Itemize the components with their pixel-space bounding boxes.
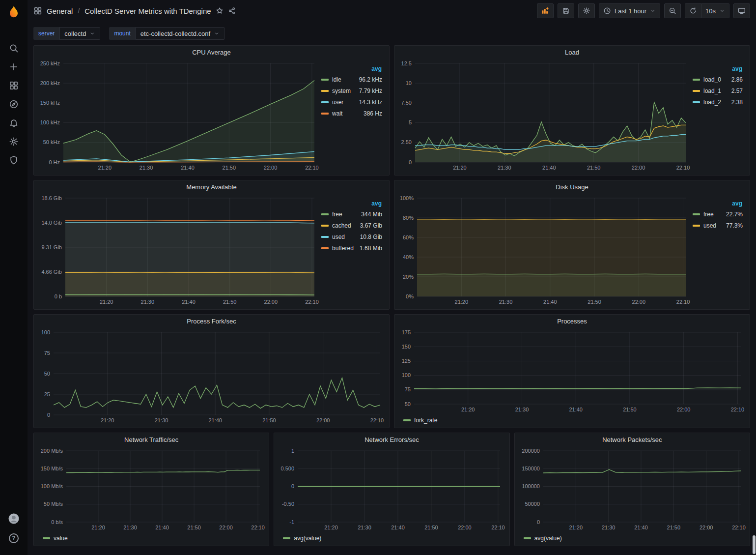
series-label: buffered xyxy=(332,245,354,252)
svg-text:22:10: 22:10 xyxy=(491,525,505,530)
series-avg-value: 344 Mib xyxy=(361,211,382,218)
legend-item[interactable]: load_02.86 xyxy=(693,74,743,85)
variable-mount-dropdown[interactable]: etc-collectd-collectd.conf xyxy=(136,27,224,40)
add-panel-button[interactable] xyxy=(537,3,554,18)
refresh-interval-picker[interactable]: 10s xyxy=(701,3,729,18)
panel-title[interactable]: Process Fork/sec xyxy=(34,315,389,327)
panel-title[interactable]: Network Packets/sec xyxy=(515,433,750,446)
network-errors-chart[interactable]: -1-0.5000.500121:2021:3021:4021:5022:002… xyxy=(278,446,505,533)
legend-item[interactable]: avg(value) xyxy=(283,535,321,542)
svg-text:21:30: 21:30 xyxy=(499,299,513,305)
svg-text:22:10: 22:10 xyxy=(732,525,746,530)
tv-mode-button[interactable] xyxy=(733,3,750,18)
svg-text:21:40: 21:40 xyxy=(569,407,583,412)
scrollbar-thumb[interactable] xyxy=(753,535,756,554)
process-fork-chart[interactable]: 025507510021:2021:3021:4021:5022:0022:10 xyxy=(38,327,385,426)
legend-item[interactable]: used10.8 Gib xyxy=(321,231,382,242)
legend-item[interactable]: idle96.2 kHz xyxy=(321,74,382,85)
explore-compass-icon[interactable] xyxy=(9,99,19,109)
series-color-dash xyxy=(693,79,700,81)
processes-chart[interactable]: 507510012515017521:2021:3021:4021:5022:0… xyxy=(398,327,746,415)
chevron-down-icon xyxy=(719,8,725,14)
svg-text:150 Mb/s: 150 Mb/s xyxy=(41,466,63,471)
network-traffic-chart[interactable]: 0 b/s50 Mb/s100 Mb/s150 Mb/s200 Mb/s21:2… xyxy=(38,446,265,533)
breadcrumb-section[interactable]: General xyxy=(47,7,73,15)
legend-avg-header[interactable]: avg xyxy=(693,65,743,72)
share-icon[interactable] xyxy=(228,7,236,15)
legend-item[interactable]: buffered1.68 Mib xyxy=(321,242,382,254)
svg-text:22:10: 22:10 xyxy=(731,407,745,412)
svg-text:40%: 40% xyxy=(403,254,414,260)
legend-avg-header[interactable]: avg xyxy=(693,200,743,207)
panel-title[interactable]: CPU Average xyxy=(34,46,389,58)
memory-available-chart[interactable]: 0 b4.66 Gib9.31 Gib14.0 Gib18.6 Gib21:20… xyxy=(38,193,319,307)
legend-item[interactable]: system7.79 kHz xyxy=(321,85,382,96)
legend-item[interactable]: fork_rate xyxy=(403,417,437,424)
svg-text:250 kHz: 250 kHz xyxy=(40,60,60,66)
legend-avg-header[interactable]: avg xyxy=(321,65,382,72)
variables-row: server collectd mount etc-collectd-colle… xyxy=(33,22,750,45)
legend-avg-header[interactable]: avg xyxy=(321,200,382,207)
series-label: used xyxy=(703,222,716,229)
time-range-picker[interactable]: Last 1 hour xyxy=(599,3,660,18)
load-chart[interactable]: 02.5057.501012.521:2021:3021:4021:5022:0… xyxy=(398,58,691,173)
legend-item[interactable]: user14.3 kHz xyxy=(321,96,382,108)
svg-text:21:20: 21:20 xyxy=(325,525,338,530)
admin-shield-icon[interactable] xyxy=(9,155,19,165)
svg-text:21:50: 21:50 xyxy=(588,299,601,305)
cpu-average-chart[interactable]: 0 Hz50 kHz100 kHz150 kHz200 kHz250 kHz21… xyxy=(38,58,319,173)
legend-item[interactable]: cached3.67 Gib xyxy=(321,220,382,231)
dashboard-settings-button[interactable] xyxy=(578,3,595,18)
network-traffic-legend: value xyxy=(38,533,265,544)
star-icon[interactable] xyxy=(216,7,224,15)
refresh-button[interactable] xyxy=(685,3,701,18)
user-avatar[interactable] xyxy=(8,513,20,525)
legend-item[interactable]: avg(value) xyxy=(524,535,562,542)
svg-text:21:40: 21:40 xyxy=(155,525,169,530)
legend-item[interactable]: free22.7% xyxy=(693,208,743,220)
panel-title[interactable]: Load xyxy=(394,46,750,58)
svg-text:100: 100 xyxy=(402,372,411,378)
panel-title[interactable]: Memory Available xyxy=(34,180,389,193)
alerting-bell-icon[interactable] xyxy=(9,118,19,128)
svg-text:21:20: 21:20 xyxy=(100,299,113,305)
dashboard-grid-icon[interactable] xyxy=(33,6,42,15)
configuration-gear-icon[interactable] xyxy=(9,137,19,146)
zoom-out-button[interactable] xyxy=(664,3,681,18)
breadcrumb: General / CollectD Server Metrics with T… xyxy=(33,6,236,15)
svg-text:100%: 100% xyxy=(400,195,414,201)
create-plus-icon[interactable] xyxy=(9,62,19,72)
series-avg-value: 3.67 Gib xyxy=(360,222,382,229)
svg-text:21:30: 21:30 xyxy=(140,165,153,171)
network-packets-chart[interactable]: 05000010000015000020000021:2021:3021:402… xyxy=(519,446,746,533)
sidebar: ? xyxy=(0,0,28,555)
panel-title[interactable]: Network Errors/sec xyxy=(274,433,509,446)
refresh-interval-label: 10s xyxy=(705,7,716,15)
panel-title[interactable]: Disk Usage xyxy=(394,180,750,193)
page-title[interactable]: CollectD Server Metrics with TDengine xyxy=(84,7,211,15)
legend-item[interactable]: value xyxy=(43,535,68,542)
legend-item[interactable]: load_22.38 xyxy=(693,96,743,108)
panel-network-errors: Network Errors/sec -1-0.5000.500121:2021… xyxy=(274,433,509,546)
panel-title[interactable]: Processes xyxy=(394,315,750,327)
svg-text:22:00: 22:00 xyxy=(458,525,472,530)
panel-cpu-average: CPU Average 0 Hz50 kHz100 kHz150 kHz200 … xyxy=(33,45,390,175)
svg-text:175: 175 xyxy=(402,329,411,335)
svg-text:22:00: 22:00 xyxy=(316,417,330,423)
panel-processes: Processes 507510012515017521:2021:3021:4… xyxy=(394,314,750,428)
svg-text:22:00: 22:00 xyxy=(219,525,233,530)
dashboards-icon[interactable] xyxy=(9,81,19,90)
save-dashboard-button[interactable] xyxy=(558,3,574,18)
panel-title[interactable]: Network Traffic/sec xyxy=(34,433,269,446)
series-label: avg(value) xyxy=(294,535,321,542)
series-avg-value: 22.7% xyxy=(726,211,743,218)
search-icon[interactable] xyxy=(9,43,19,53)
variable-server-dropdown[interactable]: collectd xyxy=(59,27,100,40)
grafana-logo-icon[interactable] xyxy=(6,5,22,21)
legend-item[interactable]: free344 Mib xyxy=(321,208,382,220)
legend-item[interactable]: used77.3% xyxy=(693,220,743,231)
help-icon[interactable]: ? xyxy=(8,532,20,544)
disk-usage-chart[interactable]: 0%20%40%60%80%100%21:2021:3021:4021:5022… xyxy=(398,193,691,307)
legend-item[interactable]: load_12.57 xyxy=(693,85,743,96)
legend-item[interactable]: wait386 Hz xyxy=(321,108,382,119)
